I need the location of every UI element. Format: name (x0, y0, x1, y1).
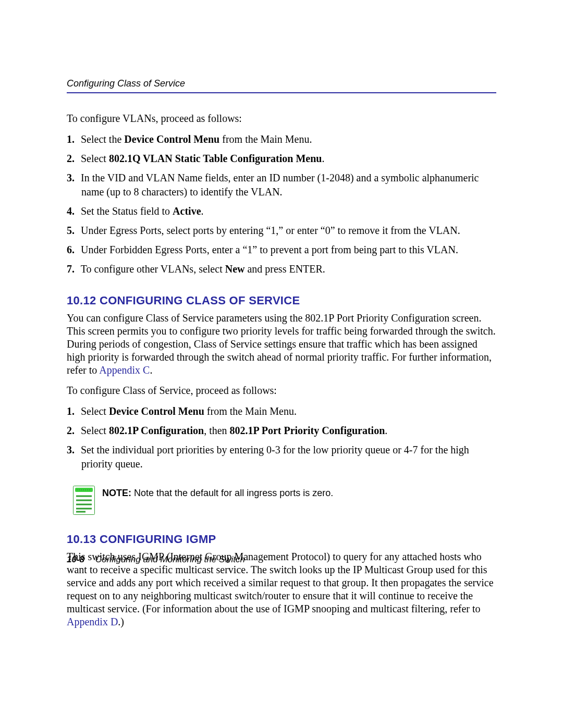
step-number: 5. (67, 224, 78, 238)
document-page: Configuring Class of Service To configur… (0, 0, 563, 728)
appendix-d-link[interactable]: Appendix D (67, 616, 118, 627)
list-item: 1. Select the Device Control Menu from t… (67, 132, 496, 146)
step-number: 2. (67, 424, 78, 438)
step-text: Under Egress Ports, select ports by ente… (81, 225, 460, 236)
svg-point-6 (85, 489, 86, 490)
step-number: 4. (67, 204, 78, 218)
step-text: from the Main Menu. (219, 133, 312, 145)
note-block: NOTE: Note that the default for all ingr… (73, 486, 496, 515)
section-heading-igmp: 10.13 CONFIGURING IGMP (67, 533, 496, 546)
list-item: 2. Select 802.1P Configuration, then 802… (67, 424, 496, 438)
step-text: Select the (81, 133, 124, 145)
cos-intro-paragraph: To configure Class of Service, proceed a… (67, 384, 496, 397)
step-text: In the VID and VLAN Name fields, enter a… (81, 172, 479, 198)
step-text: from the Main Menu. (204, 405, 297, 417)
chapter-title: Configuring and Monitoring the Switch (95, 554, 245, 564)
page-footer: 10-8 Configuring and Monitoring the Swit… (67, 554, 496, 565)
note-icon (73, 486, 95, 515)
cos-body-paragraph: You can configure Class of Service param… (67, 312, 496, 377)
list-item: 4. Set the Status field to Active. (67, 204, 496, 218)
step-number: 3. (67, 171, 78, 185)
step-bold: New (225, 263, 245, 275)
vlan-intro-paragraph: To configure VLANs, proceed as follows: (67, 112, 496, 125)
step-text: Set the Status field to (81, 205, 173, 217)
step-text: , then (204, 425, 229, 436)
list-item: 7. To configure other VLANs, select New … (67, 262, 496, 276)
list-item: 3. In the VID and VLAN Name fields, ente… (67, 171, 496, 199)
list-item: 6. Under Forbidden Egress Ports, enter a… (67, 243, 496, 257)
body-text: .) (118, 616, 124, 627)
running-header: Configuring Class of Service (67, 78, 496, 89)
svg-point-8 (89, 489, 90, 490)
list-item: 5. Under Egress Ports, select ports by e… (67, 224, 496, 238)
step-number: 2. (67, 152, 78, 166)
step-text: Select (81, 405, 109, 417)
svg-point-2 (77, 489, 78, 490)
vlan-steps-list: 1. Select the Device Control Menu from t… (67, 132, 496, 276)
svg-point-5 (83, 489, 84, 490)
svg-point-3 (79, 489, 80, 490)
list-item: 1. Select Device Control Menu from the M… (67, 404, 496, 418)
section-heading-cos: 10.12 CONFIGURING CLASS OF SERVICE (67, 294, 496, 307)
step-text: . (201, 205, 204, 217)
step-text: Under Forbidden Egress Ports, enter a “1… (81, 244, 458, 255)
step-text: Select (81, 425, 109, 436)
step-number: 1. (67, 132, 78, 146)
note-body: Note that the default for all ingress po… (131, 488, 333, 498)
cos-steps-list: 1. Select Device Control Menu from the M… (67, 404, 496, 471)
step-text: Set the individual port priorities by en… (81, 444, 469, 470)
step-text: . (385, 425, 387, 436)
step-bold: 802.1P Port Priority Configuration (230, 425, 385, 436)
step-text: To configure other VLANs, select (81, 263, 225, 275)
appendix-c-link[interactable]: Appendix C (99, 364, 150, 376)
step-number: 1. (67, 404, 78, 418)
step-number: 7. (67, 262, 78, 276)
step-bold: 802.1Q VLAN Static Table Configuration M… (109, 153, 322, 164)
step-number: 3. (67, 443, 78, 457)
step-bold: Device Control Menu (109, 405, 204, 417)
step-bold: Device Control Menu (124, 133, 219, 145)
step-text: Select (81, 153, 109, 164)
body-text: . (150, 364, 152, 376)
list-item: 3. Set the individual port priorities by… (67, 443, 496, 471)
step-bold: 802.1P Configuration (109, 425, 204, 436)
page-content: Configuring Class of Service To configur… (67, 78, 496, 636)
step-text: . (322, 153, 324, 164)
step-bold: Active (173, 205, 201, 217)
header-divider (67, 92, 496, 93)
note-label: NOTE: (102, 488, 131, 498)
svg-point-4 (81, 489, 82, 490)
list-item: 2. Select 802.1Q VLAN Static Table Confi… (67, 152, 496, 166)
svg-point-7 (87, 489, 88, 490)
step-number: 6. (67, 243, 78, 257)
step-text: and press ENTER. (244, 263, 325, 275)
page-number: 10-8 (67, 554, 84, 564)
note-text: NOTE: Note that the default for all ingr… (102, 486, 333, 500)
